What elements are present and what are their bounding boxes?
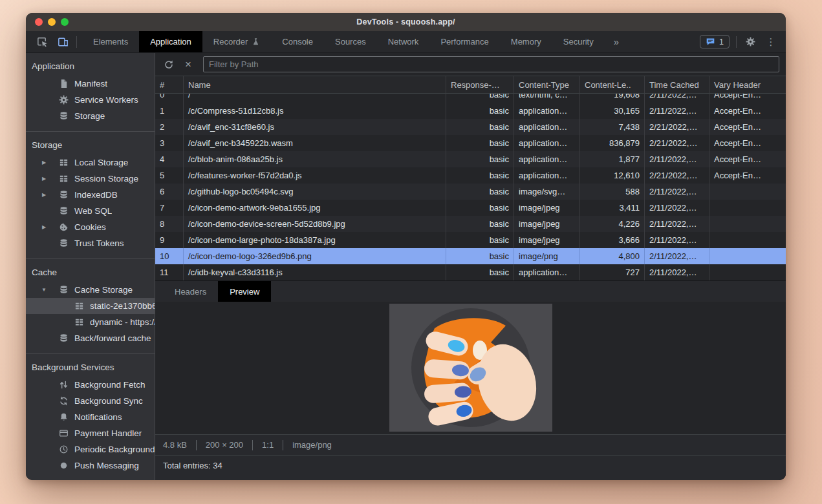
chevron-down-icon[interactable]: ▼	[40, 287, 48, 293]
cache-storage-panel: × # Name Response-… Content-Type Content…	[155, 53, 786, 480]
chevron-right-icon[interactable]: ▶	[40, 192, 48, 198]
table-icon	[74, 317, 84, 328]
sidebar-item-trust-tokens[interactable]: Trust Tokens	[26, 235, 155, 251]
sidebar-item-cache-dynamic[interactable]: dynamic - https://s	[26, 314, 155, 330]
sidebar-item-payment-handler[interactable]: Payment Handler	[26, 425, 155, 441]
column-header-name[interactable]: Name	[184, 76, 446, 93]
database-icon	[58, 285, 69, 295]
sidebar-item-back-forward-cache[interactable]: Back/forward cache	[26, 330, 155, 346]
file-size: 4.8 kB	[163, 440, 187, 450]
tab-preview[interactable]: Preview	[218, 281, 271, 302]
devtools-window: DevTools - squoosh.app/ Elements Applica…	[26, 13, 786, 480]
cookie-icon	[58, 222, 69, 233]
column-header-content-type[interactable]: Content-Type	[514, 76, 580, 93]
table-row[interactable]: 0 / basic text/html, c… 19,608 2/11/2022…	[155, 94, 786, 103]
tab-recorder[interactable]: Recorder	[202, 31, 271, 52]
sidebar-item-periodic-background-sync[interactable]: Periodic Background	[26, 441, 155, 457]
cache-filter-toolbar: ×	[155, 53, 786, 76]
table-row[interactable]: 4/c/blob-anim-086aa25b.jsbasicapplicatio…	[155, 151, 786, 167]
entry-detail-tabs: Headers Preview	[155, 280, 786, 302]
sidebar-item-background-fetch[interactable]: Background Fetch	[26, 377, 155, 393]
table-row[interactable]: 2/c/avif_enc-31cf8e60.jsbasicapplication…	[155, 119, 786, 135]
tab-console[interactable]: Console	[271, 31, 324, 52]
divider	[196, 440, 197, 450]
sidebar-item-background-sync[interactable]: Background Sync	[26, 393, 155, 409]
column-header-time-cached[interactable]: Time Cached	[645, 76, 709, 93]
sidebar-item-storage[interactable]: Storage	[26, 108, 155, 124]
dot-icon	[58, 461, 69, 471]
table-row[interactable]: 7/c/icon-demo-artwork-9eba1655.jpgbasici…	[155, 200, 786, 216]
table-row[interactable]: 5/c/features-worker-f57d2da0.jsbasicappl…	[155, 167, 786, 184]
table-row[interactable]: 3/c/avif_enc-b345922b.wasmbasicapplicati…	[155, 135, 786, 151]
tab-elements[interactable]: Elements	[82, 31, 139, 52]
clipped-row-container: 0 / basic text/html, c… 19,608 2/11/2022…	[155, 94, 786, 103]
clock-icon	[58, 445, 69, 455]
tab-network[interactable]: Network	[377, 31, 430, 52]
toolbar-divider	[736, 36, 737, 48]
clear-icon[interactable]: ×	[180, 56, 197, 73]
inspect-element-icon[interactable]	[34, 34, 50, 50]
sidebar-item-notifications[interactable]: Notifications	[26, 409, 155, 425]
tab-headers[interactable]: Headers	[163, 281, 218, 302]
sidebar-item-cookies[interactable]: ▶Cookies	[26, 219, 155, 235]
section-title: Application	[26, 56, 155, 76]
cache-entries-table: # Name Response-… Content-Type Content-L…	[155, 76, 786, 280]
chevron-right-icon[interactable]: ▶	[40, 176, 48, 182]
sidebar-item-local-storage[interactable]: ▶Local Storage	[26, 154, 155, 171]
aspect-ratio: 1:1	[262, 440, 274, 450]
sidebar-section-application: Application Manifest Service Workers Sto…	[26, 53, 155, 131]
kebab-menu-icon[interactable]: ⋮	[764, 35, 778, 49]
settings-gear-icon[interactable]	[743, 35, 757, 49]
table-row[interactable]: 9/c/icon-demo-large-photo-18da387a.jpgba…	[155, 232, 786, 248]
image-dimensions: 200 × 200	[206, 440, 243, 450]
tab-sources[interactable]: Sources	[324, 31, 377, 52]
sync-icon	[58, 396, 69, 406]
sidebar-item-manifest[interactable]: Manifest	[26, 76, 155, 92]
section-title: Background Services	[26, 357, 155, 377]
table-row[interactable]: 1/c/Compress-51d12cb8.jsbasicapplication…	[155, 103, 786, 119]
table-icon	[58, 158, 69, 168]
tab-memory[interactable]: Memory	[500, 31, 552, 52]
issues-count: 1	[719, 37, 724, 47]
sidebar-item-push-messaging[interactable]: Push Messaging	[26, 457, 155, 474]
database-icon	[58, 206, 69, 216]
tab-performance[interactable]: Performance	[429, 31, 499, 52]
total-entries: Total entries: 34	[163, 461, 222, 470]
titlebar: DevTools - squoosh.app/	[26, 13, 786, 31]
more-tabs-chevron-icon[interactable]: »	[605, 31, 628, 52]
column-header-response-type[interactable]: Response-…	[446, 76, 514, 93]
devtools-tabbar: Elements Application Recorder Console So…	[26, 31, 786, 53]
sidebar-item-service-workers[interactable]: Service Workers	[26, 92, 155, 108]
issues-badge[interactable]: 1	[700, 35, 730, 48]
mime-type: image/png	[292, 440, 332, 450]
table-header-row: # Name Response-… Content-Type Content-L…	[155, 76, 786, 94]
sidebar-item-cache-storage[interactable]: ▼Cache Storage	[26, 282, 155, 298]
sidebar-section-storage: Storage ▶Local Storage ▶Session Storage …	[26, 131, 155, 258]
chevron-right-icon[interactable]: ▶	[40, 160, 48, 165]
chevron-right-icon[interactable]: ▶	[40, 224, 48, 230]
table-row[interactable]: 11/c/idb-keyval-c33d3116.jsbasicapplicat…	[155, 264, 786, 280]
gear-icon	[58, 95, 69, 105]
sidebar-section-cache: Cache ▼Cache Storage static-2e1370bb652 …	[26, 258, 155, 353]
database-icon	[58, 111, 69, 121]
sidebar-item-session-storage[interactable]: ▶Session Storage	[26, 171, 155, 187]
column-header-content-length[interactable]: Content-Le..	[580, 76, 645, 93]
file-icon	[58, 79, 69, 89]
column-header-index[interactable]: #	[155, 76, 184, 93]
sidebar-item-indexeddb[interactable]: ▶IndexedDB	[26, 187, 155, 203]
tab-security[interactable]: Security	[552, 31, 605, 52]
table-row-selected[interactable]: 10/c/icon-demo-logo-326ed9b6.pngbasicima…	[155, 248, 786, 264]
bell-icon	[58, 412, 69, 423]
sidebar-item-web-sql[interactable]: Web SQL	[26, 203, 155, 219]
refresh-icon[interactable]	[160, 56, 177, 73]
database-icon	[58, 190, 69, 200]
table-row[interactable]: 8/c/icon-demo-device-screen-5d52d8b9.jpg…	[155, 216, 786, 232]
column-header-vary-header[interactable]: Vary Header	[709, 76, 786, 93]
tab-application[interactable]: Application	[139, 31, 202, 52]
sidebar-item-cache-static[interactable]: static-2e1370bb652	[26, 298, 155, 314]
section-title: Cache	[26, 262, 155, 282]
device-toolbar-icon[interactable]	[54, 34, 71, 50]
filter-by-path-input[interactable]	[203, 56, 779, 72]
table-row[interactable]: 6/c/github-logo-bc05494c.svgbasicimage/s…	[155, 184, 786, 200]
divider	[252, 440, 253, 450]
